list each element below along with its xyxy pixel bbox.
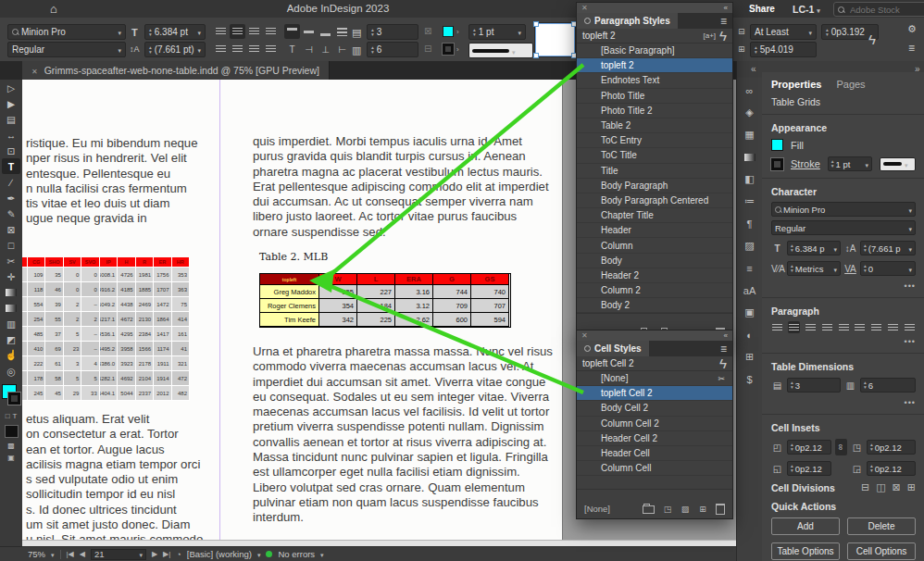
align-right-icon[interactable] — [805, 321, 817, 333]
more-options-icon[interactable]: ••• — [771, 398, 916, 407]
data-cell[interactable]: 485 — [28, 327, 45, 342]
align-top-icon[interactable] — [284, 24, 300, 39]
style-item[interactable]: Table 2 — [577, 118, 732, 133]
scripts-panel-icon[interactable]: $ — [741, 372, 759, 386]
chevron-down-icon[interactable] — [518, 27, 521, 37]
stat-cell[interactable]: 227 — [357, 285, 395, 299]
link-insets-icon[interactable]: ∞ — [835, 439, 847, 455]
data-cell[interactable]: 410 — [28, 342, 45, 356]
inset-right-field[interactable]: 0p2.12 — [867, 440, 916, 455]
left-column-text-bottom[interactable]: etus aliquam. Erat veliton consectetur a… — [26, 412, 203, 548]
stroke-type-dropdown[interactable] — [880, 157, 916, 171]
mlb-table[interactable]: topleftWLERAGGSGreg Maddox3552273.167447… — [259, 273, 511, 328]
font-family-field[interactable]: Minion Pro — [771, 202, 916, 217]
data-cell[interactable]: 1981 — [136, 268, 154, 282]
data-cell[interactable]: 222 — [28, 356, 45, 371]
stroke-flyout-icon[interactable]: › — [456, 45, 459, 54]
chevron-down-icon[interactable] — [512, 45, 516, 56]
data-cell[interactable]: 55 — [45, 312, 63, 327]
style-item[interactable]: Column — [577, 238, 732, 253]
data-cell[interactable]: 2178 — [136, 356, 154, 371]
data-cell[interactable]: 0 — [64, 282, 81, 297]
tracking-field[interactable]: 0 — [860, 261, 916, 276]
data-cell[interactable]: 2104 — [136, 371, 154, 386]
data-cell[interactable]: 2 — [81, 312, 99, 327]
stroke-panel-icon[interactable]: ≡ — [741, 261, 759, 275]
column-width-field[interactable]: 5p4.019 — [750, 42, 817, 57]
chevron-down-icon[interactable] — [51, 549, 55, 559]
stat-cell[interactable]: 184 — [357, 299, 395, 313]
data-cell[interactable]: 23 — [64, 342, 81, 356]
data-cell[interactable]: 5 — [81, 371, 99, 386]
more-options-icon[interactable]: ••• — [771, 337, 916, 346]
align-center-vertical-icon[interactable] — [301, 24, 317, 39]
table-columns-field[interactable]: 6 — [367, 42, 418, 57]
close-panel-icon[interactable] — [581, 4, 588, 12]
note-tool[interactable]: ▥ — [2, 316, 20, 331]
data-cell[interactable]: 41 — [172, 342, 190, 356]
color-panel-icon[interactable]: ◧ — [741, 172, 759, 186]
data-cell[interactable]: 3958 — [118, 342, 135, 356]
style-item[interactable]: [None] — [577, 371, 732, 386]
style-item[interactable]: Body Paragraph Centered — [577, 193, 732, 208]
frame-tool[interactable]: ⊠ — [2, 221, 20, 237]
leading-field[interactable]: (7.661 pt) — [144, 42, 206, 57]
table-columns-field[interactable]: 6 — [860, 378, 916, 393]
font-family-field[interactable]: Minion Pro — [7, 24, 126, 40]
justify-all-icon[interactable] — [263, 42, 279, 56]
document-tab[interactable]: Grimms-spaceafter-web-none-table.indd @ … — [22, 61, 330, 80]
justify-vertically-icon[interactable] — [334, 24, 350, 39]
header-cell[interactable]: L — [357, 274, 395, 285]
data-cell[interactable]: 482 — [172, 386, 190, 401]
gradient-feather-tool[interactable] — [2, 300, 20, 316]
gear-icon[interactable] — [907, 23, 917, 35]
zoom-level[interactable]: 75% — [28, 549, 45, 559]
data-cell[interactable]: – — [81, 342, 99, 356]
style-item[interactable]: Body — [577, 254, 732, 268]
header-cell[interactable]: ERA — [395, 274, 433, 285]
stroke-weight-field[interactable]: 1 pt — [468, 24, 526, 40]
inset-bottom-field[interactable]: 0p2.12 — [787, 461, 831, 476]
gradient-swatch-tool[interactable] — [2, 284, 20, 300]
stat-cell[interactable]: 2.62 — [395, 313, 433, 327]
formatting-affects-container-icon[interactable]: □ — [6, 412, 10, 420]
table-options-button[interactable]: Table Options — [771, 542, 840, 560]
style-item[interactable]: Header 2 — [577, 268, 732, 283]
data-cell[interactable]: 45 — [45, 386, 63, 401]
line-tool[interactable]: ∕ — [2, 174, 20, 190]
swatches-panel-icon[interactable]: ▦ — [741, 128, 759, 142]
style-item[interactable]: [Basic Paragraph] — [577, 44, 732, 58]
table-row[interactable]: 22261345386.0392321781911321 — [22, 356, 190, 371]
stepper-icon[interactable] — [149, 28, 152, 37]
data-cell[interactable]: 4726 — [118, 268, 135, 282]
data-cell[interactable]: 109 — [28, 268, 45, 282]
style-group-icon[interactable] — [643, 505, 655, 514]
data-cell[interactable]: 2 — [64, 297, 81, 312]
stepper-icon[interactable] — [755, 45, 757, 55]
last-page-button[interactable]: ▶| — [163, 550, 170, 558]
data-cell[interactable]: 161 — [172, 327, 190, 342]
style-item[interactable]: Header Cell 2 — [577, 431, 732, 446]
style-item[interactable]: ToC Title — [577, 148, 732, 163]
collapse-panel-icon[interactable]: « — [724, 331, 728, 340]
split-cell-vertically-icon[interactable]: ◫ — [876, 481, 885, 493]
scissors-tool[interactable]: ✂ — [2, 253, 20, 268]
body-paragraph-bottom[interactable]: Urna et pharetra pharetra massa massa. N… — [253, 344, 553, 526]
preflight-preset[interactable]: [Basic] (working) — [187, 549, 252, 559]
panel-menu-icon[interactable] — [720, 343, 727, 356]
data-cell[interactable]: 5 — [64, 371, 81, 386]
data-cell[interactable]: 5044 — [118, 386, 135, 401]
color-theme-tool[interactable]: ◩ — [2, 331, 20, 347]
align-left-icon[interactable] — [771, 321, 783, 333]
data-cell[interactable]: 2130 — [136, 312, 154, 327]
data-cell[interactable]: 353 — [172, 268, 190, 282]
effects-panel-icon[interactable]: ◐ — [741, 328, 759, 342]
data-cell[interactable]: 39 — [45, 297, 63, 312]
fill-swatch[interactable] — [443, 26, 454, 37]
unmerge-cells-icon[interactable]: ⊞ — [907, 481, 916, 493]
adobe-stock-search[interactable] — [833, 2, 924, 17]
merge-cells-icon[interactable]: ⊠ — [424, 26, 431, 36]
data-cell[interactable]: 4185 — [118, 282, 135, 297]
table-rows-field[interactable]: 3 — [367, 24, 418, 40]
align-bottom-icon[interactable] — [318, 24, 333, 39]
